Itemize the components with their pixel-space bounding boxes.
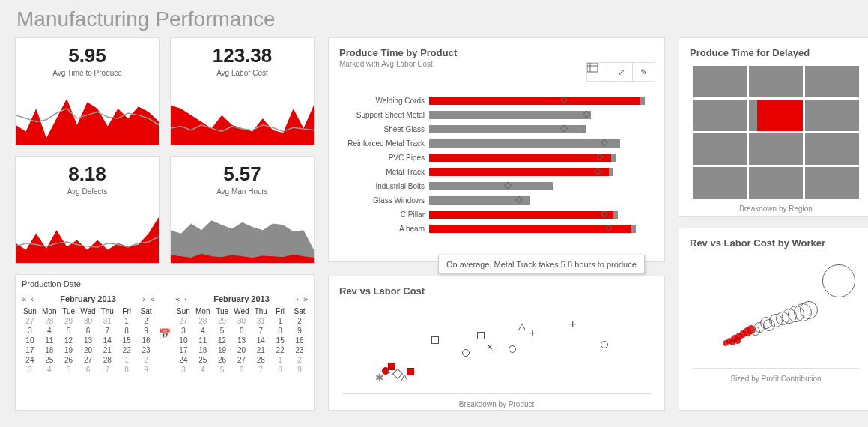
calendar-day[interactable]: 19 [59, 345, 79, 355]
kpi-avg-time[interactable]: 5.95 Avg Time to Produce [15, 37, 160, 145]
calendar-day[interactable]: 16 [136, 336, 156, 345]
bar-row[interactable]: A beam [339, 222, 654, 235]
calendar-day[interactable]: 6 [79, 326, 98, 336]
calendar-day[interactable]: 7 [97, 365, 117, 375]
bar-row[interactable]: Support Sheet Metal [339, 108, 654, 121]
calendar-day[interactable]: 27 [79, 355, 98, 365]
calendar-day[interactable]: 3 [20, 326, 40, 336]
calendar-day[interactable]: 2 [290, 355, 309, 365]
calendar-day[interactable]: 4 [40, 365, 59, 375]
expand-button[interactable]: ⤢ [610, 63, 632, 81]
bar-row[interactable]: Reinforced Metal Track [339, 136, 654, 150]
calendar-day[interactable]: 22 [117, 345, 136, 355]
calendar-range-icon[interactable]: 📅 [159, 328, 171, 339]
calendar-day[interactable]: 24 [20, 355, 40, 365]
date-range-picker[interactable]: Production Date « ‹ February 2013 › » Su… [15, 274, 315, 411]
calendar-day[interactable]: 8 [270, 326, 290, 336]
calendar-day[interactable]: 5 [213, 365, 232, 375]
calendar-day[interactable]: 29 [213, 316, 232, 326]
calendar-day[interactable]: 1 [270, 316, 290, 326]
calendar-day[interactable]: 30 [232, 316, 252, 326]
calendar-day[interactable]: 22 [270, 345, 290, 355]
calendar-day[interactable]: 31 [251, 316, 270, 326]
calendar-day[interactable]: 9 [136, 326, 156, 336]
calendar-day[interactable]: 21 [251, 345, 270, 355]
produce-time-panel[interactable]: Produce Time by Product Marked with Avg … [328, 37, 665, 262]
bar-row[interactable]: Sheet Glass [339, 122, 654, 136]
calendar-day[interactable]: 5 [59, 365, 79, 375]
calendar-day[interactable]: 23 [136, 345, 156, 355]
prev-month-icon[interactable]: ‹ [29, 294, 35, 303]
next-month-icon[interactable]: › [294, 294, 300, 303]
prev-year-icon[interactable]: « [20, 294, 28, 303]
calendar-day[interactable]: 9 [290, 326, 309, 336]
calendar-day[interactable]: 1 [117, 355, 136, 365]
bar-row[interactable]: Welding Cords [339, 94, 654, 107]
calendar-day[interactable]: 3 [174, 326, 193, 336]
kpi-avg-defects[interactable]: 8.18 Avg Defects [15, 156, 160, 264]
calendar-day[interactable]: 12 [213, 336, 232, 345]
calendar-day[interactable]: 3 [174, 365, 193, 375]
calendar-day[interactable]: 26 [59, 355, 79, 365]
prev-year-icon[interactable]: « [174, 294, 181, 303]
bar-row[interactable]: PVC Pipes [339, 151, 654, 164]
calendar-day[interactable]: 5 [213, 326, 232, 336]
next-year-icon[interactable]: » [302, 294, 309, 303]
calendar-day[interactable]: 2 [136, 355, 156, 365]
calendar-day[interactable]: 31 [97, 316, 117, 326]
edit-button[interactable]: ✎ [632, 63, 655, 81]
calendar-day[interactable]: 29 [59, 316, 79, 326]
calendar-day[interactable]: 6 [79, 365, 98, 375]
calendar-day[interactable]: 5 [59, 326, 79, 336]
calendar-day[interactable]: 6 [232, 365, 252, 375]
calendar-left[interactable]: « ‹ February 2013 › » SunMonTueWedThuFri… [16, 290, 160, 379]
calendar-day[interactable]: 11 [193, 336, 213, 345]
calendar-day[interactable]: 14 [97, 336, 117, 345]
calendar-day[interactable]: 7 [251, 326, 270, 336]
calendar-day[interactable]: 15 [270, 336, 290, 345]
heatmap-panel[interactable]: Produce Time for Delayed Breakdown by Re… [679, 37, 868, 217]
calendar-day[interactable]: 7 [251, 365, 270, 375]
calendar-day[interactable]: 1 [270, 355, 290, 365]
calendar-right[interactable]: « ‹ February 2013 › » SunMonTueWedThuFri… [169, 290, 314, 379]
calendar-day[interactable]: 6 [232, 326, 252, 336]
calendar-day[interactable]: 28 [193, 316, 213, 326]
calendar-day[interactable]: 13 [232, 336, 252, 345]
bar-row[interactable]: Glass Windows [339, 193, 654, 207]
calendar-day[interactable]: 18 [193, 345, 213, 355]
calendar-day[interactable]: 12 [59, 336, 79, 345]
calendar-day[interactable]: 23 [290, 345, 309, 355]
calendar-day[interactable]: 25 [40, 355, 59, 365]
calendar-day[interactable]: 16 [290, 336, 309, 345]
calendar-day[interactable]: 28 [251, 355, 270, 365]
prev-month-icon[interactable]: ‹ [183, 294, 189, 303]
calendar-day[interactable]: 28 [40, 316, 59, 326]
kpi-avg-manhours[interactable]: 5.57 Avg Man Hours [170, 156, 315, 264]
calendar-day[interactable]: 7 [97, 326, 117, 336]
calendar-day[interactable]: 20 [232, 345, 252, 355]
calendar-day[interactable]: 10 [20, 336, 40, 345]
calendar-day[interactable]: 17 [174, 345, 193, 355]
calendar-day[interactable]: 30 [79, 316, 98, 326]
bar-row[interactable]: C Pillar [339, 208, 654, 221]
calendar-day[interactable]: 28 [97, 355, 117, 365]
calendar-day[interactable]: 1 [117, 316, 136, 326]
calendar-day[interactable]: 2 [136, 316, 156, 326]
calendar-day[interactable]: 11 [40, 336, 59, 345]
calendar-day[interactable]: 18 [40, 345, 59, 355]
calendar-day[interactable]: 24 [174, 355, 193, 365]
bar-row[interactable]: Metal Track [339, 165, 654, 178]
calendar-day[interactable]: 8 [117, 326, 136, 336]
calendar-day[interactable]: 19 [213, 345, 232, 355]
calendar-day[interactable]: 20 [79, 345, 98, 355]
calendar-day[interactable]: 27 [174, 316, 193, 326]
calendar-day[interactable]: 15 [117, 336, 136, 345]
calendar-day[interactable]: 21 [97, 345, 117, 355]
calendar-day[interactable]: 25 [193, 355, 213, 365]
kpi-avg-labor[interactable]: 123.38 Avg Labor Cost [170, 37, 315, 145]
calendar-day[interactable]: 26 [213, 355, 232, 365]
calendar-day[interactable]: 14 [251, 336, 270, 345]
calendar-day[interactable]: 2 [290, 316, 309, 326]
calendar-day[interactable]: 13 [79, 336, 98, 345]
calendar-day[interactable]: 3 [20, 365, 40, 375]
